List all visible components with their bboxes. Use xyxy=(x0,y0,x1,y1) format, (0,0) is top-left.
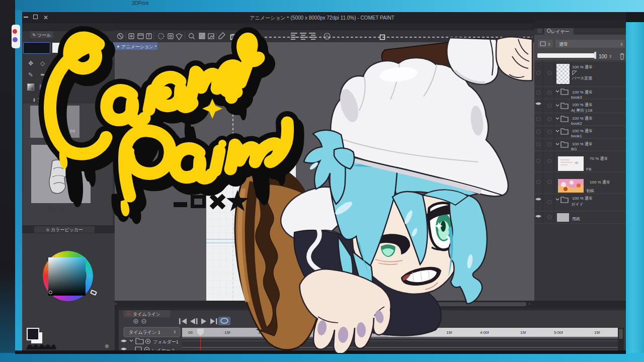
svg-text:通常: 通常 xyxy=(559,42,568,47)
svg-text:A( 星街 ):18: A( 星街 ):18 xyxy=(571,108,593,113)
svg-text:⇕: ⇕ xyxy=(609,54,612,59)
svg-text:⇕: ⇕ xyxy=(547,42,551,47)
svg-text:book1: book1 xyxy=(571,134,582,138)
svg-text:5:00f: 5:00f xyxy=(554,330,564,335)
svg-text:100 % 通常: 100 % 通常 xyxy=(572,196,593,201)
svg-text:レイヤー 2: レイヤー 2 xyxy=(152,348,174,350)
svg-text:タイムライン 1: タイムライン 1 xyxy=(129,330,160,335)
svg-text:初稿: 初稿 xyxy=(586,189,594,193)
svg-text:100 % 通常: 100 % 通常 xyxy=(572,64,593,69)
svg-text:100 % 通常: 100 % 通常 xyxy=(572,128,593,133)
svg-text:ガイド: ガイド xyxy=(571,202,584,207)
svg-text:用紙: 用紙 xyxy=(572,217,580,221)
svg-text:レイヤー: レイヤー xyxy=(551,29,570,34)
svg-text:⇕: ⇕ xyxy=(173,330,177,334)
svg-text:100 % 通常: 100 % 通常 xyxy=(572,89,593,95)
svg-text:タイムライン: タイムライン xyxy=(133,312,160,317)
svg-text:⇕: ⇕ xyxy=(620,42,623,47)
svg-text:FB: FB xyxy=(586,167,591,171)
svg-text:100 % 通常: 100 % 通常 xyxy=(572,141,593,146)
svg-text:book2: book2 xyxy=(571,121,582,126)
svg-text:BG: BG xyxy=(571,147,577,151)
svg-text:100 % 通常: 100 % 通常 xyxy=(572,116,593,121)
svg-text:100 % 通常: 100 % 通常 xyxy=(590,179,610,185)
svg-text:フォルダー1: フォルダー1 xyxy=(153,339,179,344)
svg-text:100: 100 xyxy=(599,54,607,59)
svg-text:15f: 15f xyxy=(594,330,600,335)
svg-text:パース定規: パース定規 xyxy=(572,76,592,80)
svg-text:100 % 通常: 100 % 通常 xyxy=(572,102,593,107)
svg-text:book3: book3 xyxy=(571,95,582,100)
svg-text:70 % 通常: 70 % 通常 xyxy=(590,156,608,161)
